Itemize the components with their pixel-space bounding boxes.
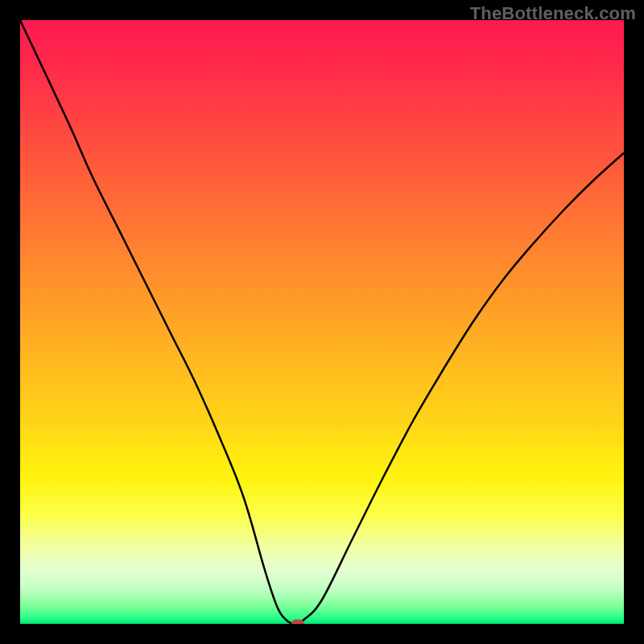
curve-path	[20, 20, 624, 624]
chart-frame: TheBottleneck.com	[0, 0, 644, 644]
optimal-point-marker	[291, 620, 304, 625]
plot-area	[20, 20, 624, 624]
watermark-text: TheBottleneck.com	[470, 3, 636, 24]
bottleneck-curve	[20, 20, 624, 624]
